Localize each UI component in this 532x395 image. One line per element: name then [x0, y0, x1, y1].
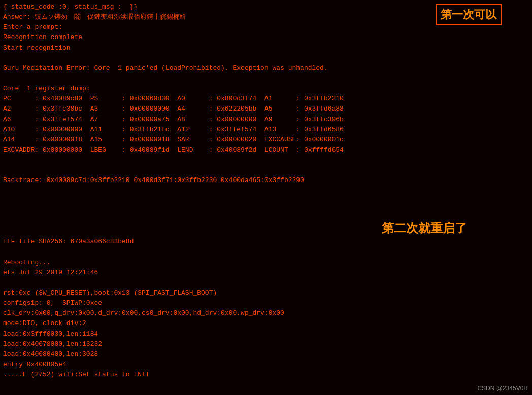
- annotation-first-text: 第一次可以: [441, 8, 496, 21]
- annotation-first: 第一次可以: [436, 4, 502, 25]
- annotation-second: 第二次就重启了: [378, 218, 471, 238]
- watermark: CSDN @2345V0R: [477, 385, 528, 392]
- terminal-output: { status_code :0, status_msg : }} Answer…: [3, 2, 529, 380]
- watermark-text: CSDN @2345V0R: [477, 385, 528, 392]
- annotation-second-text: 第二次就重启了: [382, 221, 467, 235]
- terminal-container: { status_code :0, status_msg : }} Answer…: [0, 0, 532, 395]
